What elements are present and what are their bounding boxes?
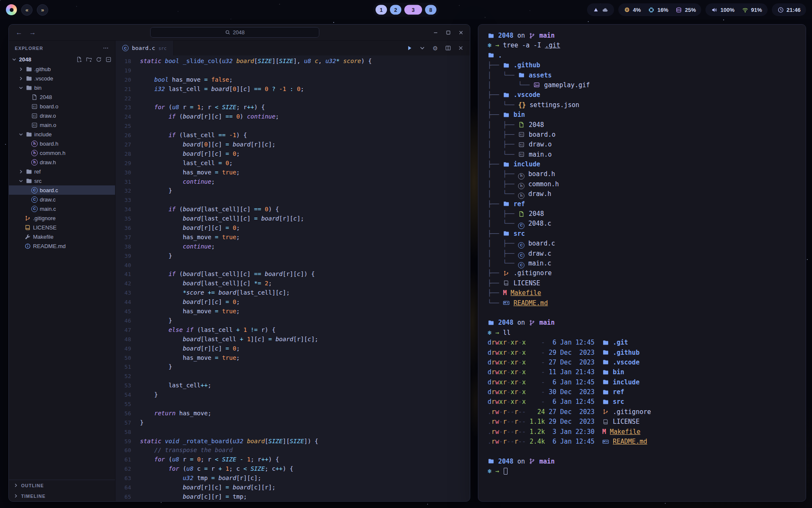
circle-h-icon: h (31, 159, 38, 166)
ram-icon (648, 7, 655, 13)
tree-item-main.o[interactable]: 01main.o (9, 120, 115, 130)
tree-item-main.c[interactable]: Cmain.c (9, 204, 115, 213)
tab-board.c[interactable]: C board.c src (115, 41, 174, 55)
audio-network-pill[interactable]: 100% 91% (705, 3, 767, 16)
chevron-down-icon (18, 85, 24, 91)
refresh-explorer-button[interactable] (96, 56, 102, 63)
tree-item-board.h[interactable]: hboard.h (9, 139, 115, 148)
run-button[interactable] (406, 45, 413, 51)
code-line: 35 board[last_cell][c] = board[r][c]; (115, 214, 470, 224)
tree-item-draw.h[interactable]: hdraw.h (9, 157, 115, 167)
terminal-line: │ ├── h board.h (488, 169, 806, 179)
tree-item-common.h[interactable]: hcommon.h (9, 148, 115, 157)
code-line: 38 continue; (115, 242, 470, 251)
tree-item-2048[interactable]: 2048 (9, 54, 115, 64)
tree-item-Makefile[interactable]: Makefile (9, 232, 115, 241)
tree-item-LICENSE[interactable]: LICENSE (9, 223, 115, 232)
more-actions-icon[interactable] (102, 45, 109, 51)
folder-icon (503, 230, 510, 236)
tree-item-board.o[interactable]: 01board.o (9, 102, 115, 111)
panel-outline[interactable]: OUTLINE (9, 480, 115, 491)
workspace-3[interactable]: 3 (404, 5, 422, 15)
clock-value: 21:46 (787, 7, 801, 13)
weather-pill[interactable] (587, 3, 614, 16)
code-line: 28 board[r][c] = 0; (115, 149, 470, 159)
forward-arrow-icon[interactable]: → (28, 29, 37, 36)
terminal-line: │ ├── h common.h (488, 179, 806, 189)
code-line: 59static void _rotate_board(u32 board[SI… (115, 437, 470, 446)
tree-item-label: .gitignore (33, 215, 55, 221)
chevron-right-icon (18, 76, 24, 81)
settings-gear-icon[interactable]: ⚙ (432, 45, 439, 51)
close-editor-icon[interactable] (458, 45, 464, 51)
tree-item-README.md[interactable]: README.md (9, 241, 115, 251)
tree-item-.github[interactable]: .github (9, 64, 115, 74)
editor-titlebar: ← → 2048 (9, 25, 470, 41)
collapse-folders-button[interactable] (105, 56, 112, 63)
markdown-file-icon (503, 299, 510, 306)
tree-item-include[interactable]: include (9, 130, 115, 139)
tree-item-label: include (34, 131, 52, 138)
split-editor-icon[interactable] (445, 45, 451, 51)
workspace-8[interactable]: 8 (425, 5, 436, 15)
system-stats-pill[interactable]: ⚙4% 16% 25% (618, 3, 702, 16)
disk-icon (675, 7, 682, 13)
chevron-right-icon (18, 169, 24, 174)
code-line: 25 (115, 121, 470, 131)
code-line: 53 last_cell++; (115, 381, 470, 390)
maximize-button[interactable] (445, 30, 451, 36)
object-file-icon: 01 (518, 151, 525, 157)
tree-item-2048[interactable]: 2048 (9, 92, 115, 102)
code-line: 60 // transpose the board (115, 446, 470, 455)
terminal-line: │ └── assets (488, 71, 806, 80)
run-options-chevron-icon[interactable] (419, 45, 425, 51)
tree-item-label: main.c (40, 206, 56, 212)
executable-file-icon (518, 210, 525, 217)
folder-icon (518, 72, 525, 78)
terminal-line (488, 447, 806, 456)
workspace-2[interactable]: 2 (390, 5, 401, 15)
folder-icon (488, 52, 494, 58)
tree-item-ref[interactable]: ref (9, 167, 115, 176)
next-button[interactable]: » (37, 4, 48, 16)
code-line: 19 (115, 66, 470, 75)
minimize-button[interactable] (433, 30, 439, 36)
terminal-line: 2048 on main (488, 318, 806, 328)
back-arrow-icon[interactable]: ← (15, 29, 23, 36)
workspace-1[interactable]: 1 (376, 5, 387, 15)
tree-item-draw.o[interactable]: 01draw.o (9, 111, 115, 120)
launcher-logo-icon[interactable] (6, 4, 17, 15)
code-editor[interactable]: 18static bool _slide_col(u32 board[SIZE]… (115, 55, 470, 501)
tree-item-src[interactable]: src (9, 176, 115, 185)
tree-item-.gitignore[interactable]: .gitignore (9, 213, 115, 223)
tree-item-label: main.o (40, 122, 56, 128)
cloud-icon (602, 7, 609, 13)
wrench-icon (25, 234, 31, 240)
clock-pill[interactable]: 21:46 (772, 3, 806, 16)
tree-item-board.c[interactable]: Cboard.c (9, 185, 115, 195)
terminal-window[interactable]: 2048 on main❄ → tree -a -I .git .├── .gi… (478, 24, 806, 502)
explorer-tree: 2048.github.vscodebin204801board.o01draw… (9, 54, 115, 251)
tree-item-.vscode[interactable]: .vscode (9, 74, 115, 83)
book-icon (25, 224, 31, 231)
tree-item-draw.c[interactable]: Cdraw.c (9, 195, 115, 204)
header-file-icon: h (518, 193, 524, 199)
code-line: 65 board[c][r] = tmp; (115, 492, 470, 501)
close-button[interactable] (458, 30, 464, 36)
explorer-title: EXPLORER (15, 46, 43, 51)
editor-actions: ⚙ (406, 41, 470, 55)
titlebar-search[interactable]: 2048 (150, 27, 319, 38)
code-line: 63 u32 tmp = board[r][c]; (115, 474, 470, 483)
tree-item-bin[interactable]: bin (9, 83, 115, 92)
tree-item-label: board.h (40, 141, 58, 147)
chevron-down-icon (18, 132, 24, 137)
prev-button[interactable]: « (21, 4, 33, 16)
search-icon (225, 30, 230, 35)
folder-icon (503, 91, 510, 98)
binary-icon: 01 (31, 113, 38, 119)
tree-item-label: draw.h (40, 159, 56, 166)
new-file-button[interactable] (76, 56, 82, 63)
explorer-sidebar: EXPLORER 2048.github.vscodebin204801boar… (9, 41, 115, 501)
new-folder-button[interactable] (86, 56, 92, 63)
panel-timeline[interactable]: TIMELINE (9, 491, 115, 501)
